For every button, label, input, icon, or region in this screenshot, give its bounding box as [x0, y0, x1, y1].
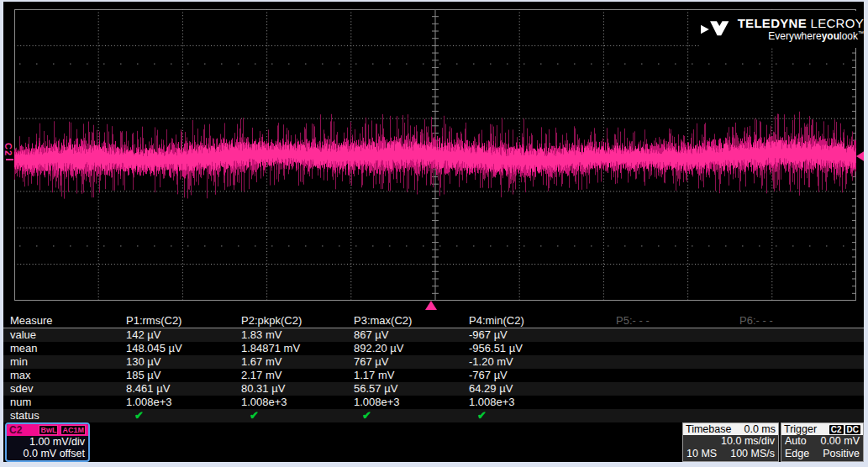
cell-p4-min: -1.20 mV — [469, 355, 513, 369]
cell-p2-num: 1.008e+3 — [241, 396, 287, 409]
cell-p1-min: 130 µV — [126, 355, 160, 369]
timebase-samples-value: 10 MS — [687, 448, 717, 460]
waveform-plot-area — [14, 9, 856, 301]
timebase-per-div-value: 10.0 ms/div — [721, 435, 775, 448]
timebase-rate-value: 100 MS/s — [730, 448, 775, 460]
measure-row-sdev: sdev 8.461 µV 80.31 µV 56.57 µV 64.29 µV — [3, 382, 864, 396]
coupling-ac1m-badge: AC1M — [60, 425, 86, 435]
row-label: min — [10, 355, 28, 369]
cell-p4-mean: -956.51 µV — [469, 342, 523, 355]
row-label: sdev — [10, 382, 33, 396]
measure-header-row: Measure P1:rms(C2) P2:pkpk(C2) P3:max(C2… — [3, 314, 864, 328]
trigger-header[interactable]: Trigger C2 DC — [781, 423, 863, 435]
brand-name: TELEDYNE LECROY — [738, 17, 864, 31]
row-label: status — [10, 409, 39, 422]
cell-p2-sdev: 80.31 µV — [241, 382, 285, 396]
bandwidth-limit-badge: BwL — [39, 425, 58, 435]
trigger-mode-value: Auto — [785, 435, 807, 448]
param-header-p3[interactable]: P3:max(C2) — [354, 314, 412, 328]
cell-p2-min: 1.67 mV — [241, 355, 281, 369]
row-label: max — [10, 369, 31, 382]
cell-p1-mean: 148.045 µV — [126, 342, 182, 355]
brand-lecroy: LECROY — [807, 16, 864, 30]
logo-text: TELEDYNE LECROY Everywhereyoulook™ — [738, 17, 864, 43]
cell-p3-mean: 892.20 µV — [354, 342, 404, 355]
measure-row-status: status ✔ ✔ ✔ ✔ — [3, 409, 864, 422]
row-label: num — [10, 396, 31, 409]
trigger-source-badge: C2 — [829, 425, 844, 434]
tagline-pre: Everywhere — [768, 30, 821, 42]
channel-name: C2 — [9, 424, 22, 436]
channel-c2-header[interactable]: C2 BwL AC1M — [7, 424, 88, 436]
tagline-post: look — [839, 30, 858, 42]
cell-p1-num: 1.008e+3 — [126, 396, 172, 409]
measure-row-min: min 130 µV 1.67 mV 767 µV -1.20 mV — [3, 355, 864, 369]
status-check-p1-icon: ✔ — [126, 409, 144, 422]
channel-c2-descriptor-box[interactable]: C2 BwL AC1M 1.00 mV/div 0.0 mV offset — [5, 422, 90, 462]
cell-p2-value: 1.83 mV — [241, 328, 281, 342]
param-header-p4[interactable]: P4:min(C2) — [469, 314, 524, 328]
brand-tagline: Everywhereyoulook™ — [768, 30, 864, 42]
cell-p3-value: 867 µV — [354, 328, 388, 342]
cell-p4-max: -767 µV — [469, 369, 508, 382]
trigger-box[interactable]: Trigger C2 DC Auto 0.00 mV Edge Positive — [781, 422, 864, 462]
cell-p2-mean: 1.84871 mV — [241, 342, 300, 355]
trigger-level-value: 0.00 mV — [820, 435, 860, 448]
measure-row-num: num 1.008e+3 1.008e+3 1.008e+3 1.008e+3 — [3, 396, 864, 409]
param-header-p5[interactable]: P5:- - - — [616, 314, 650, 328]
trademark-symbol: ™ — [858, 30, 864, 36]
trigger-time-marker-icon[interactable] — [425, 301, 437, 310]
timebase-title: Timebase — [686, 423, 731, 435]
param-header-p1[interactable]: P1:rms(C2) — [126, 314, 181, 328]
status-check-p2-icon: ✔ — [241, 409, 259, 422]
measure-row-mean: mean 148.045 µV 1.84871 mV 892.20 µV -95… — [3, 342, 864, 355]
trigger-level-marker-icon[interactable] — [856, 150, 864, 162]
cell-p4-value: -967 µV — [469, 328, 508, 342]
param-header-p2[interactable]: P2:pkpk(C2) — [241, 314, 302, 328]
channel-scale-value: 1.00 mV/div — [7, 436, 88, 448]
timebase-box[interactable]: Timebase 0.0 ms 10.0 ms/div 10 MS 100 MS… — [682, 422, 779, 462]
trigger-coupling-badge: DC — [845, 425, 860, 434]
cell-p1-value: 142 µV — [126, 328, 160, 342]
param-header-p6[interactable]: P6:- - - — [739, 314, 773, 328]
channel-c2-axis-label: C2 — [3, 143, 13, 156]
status-check-p3-icon: ✔ — [354, 409, 371, 422]
cell-p3-sdev: 56.57 µV — [354, 382, 397, 396]
trigger-type-value: Edge — [785, 448, 809, 460]
channel-c2-offset-marker[interactable] — [6, 159, 13, 160]
teledyne-arrow-icon — [701, 15, 732, 44]
tagline-you: you — [822, 30, 839, 42]
row-label: value — [10, 328, 36, 342]
channel-offset-value: 0.0 mV offset — [7, 448, 88, 459]
row-label: mean — [10, 342, 38, 355]
cell-p1-max: 185 µV — [126, 369, 160, 382]
cell-p4-sdev: 64.29 µV — [469, 382, 513, 396]
brand-teledyne: TELEDYNE — [738, 16, 807, 30]
trigger-title: Trigger — [784, 423, 817, 435]
cell-p3-num: 1.008e+3 — [354, 396, 400, 409]
measure-row-max: max 185 µV 2.17 mV 1.17 mV -767 µV — [3, 369, 864, 382]
timebase-header[interactable]: Timebase 0.0 ms — [683, 423, 778, 435]
measure-row-value: value 142 µV 1.83 mV 867 µV -967 µV — [3, 328, 864, 342]
scope-display: C2 TELEDYNE LECROY Everywhereyoulook™ Me… — [3, 2, 864, 462]
oscilloscope-window: C2 TELEDYNE LECROY Everywhereyoulook™ Me… — [0, 0, 868, 467]
measure-table-title: Measure — [10, 314, 53, 328]
trigger-slope-value: Positive — [823, 448, 860, 460]
cell-p4-num: 1.008e+3 — [469, 396, 515, 409]
teledyne-lecroy-logo: TELEDYNE LECROY Everywhereyoulook™ — [701, 11, 864, 48]
cell-p2-max: 2.17 mV — [241, 369, 281, 382]
waveform-trace-c2 — [14, 9, 856, 301]
cell-p3-max: 1.17 mV — [354, 369, 394, 382]
timebase-position-value: 0.0 ms — [744, 423, 776, 435]
cell-p3-min: 767 µV — [354, 355, 388, 369]
cell-p1-sdev: 8.461 µV — [126, 382, 170, 396]
status-check-p4-icon: ✔ — [469, 409, 487, 422]
